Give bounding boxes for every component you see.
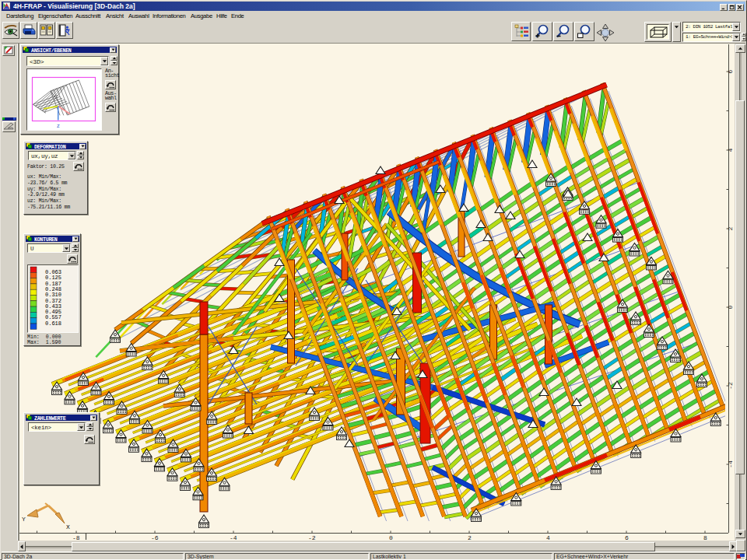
svg-text:4: 4: [727, 148, 734, 152]
svg-text:X: X: [66, 523, 70, 530]
svg-text:2: 2: [727, 226, 734, 230]
svg-text:Y: Y: [22, 516, 26, 523]
svg-text:0.618: 0.618: [45, 320, 61, 327]
svg-text:z: z: [57, 123, 60, 129]
svg-text:6: 6: [727, 69, 734, 73]
svg-text:-4: -4: [727, 460, 734, 468]
svg-text:0: 0: [727, 305, 734, 309]
svg-text:-2: -2: [727, 382, 734, 390]
